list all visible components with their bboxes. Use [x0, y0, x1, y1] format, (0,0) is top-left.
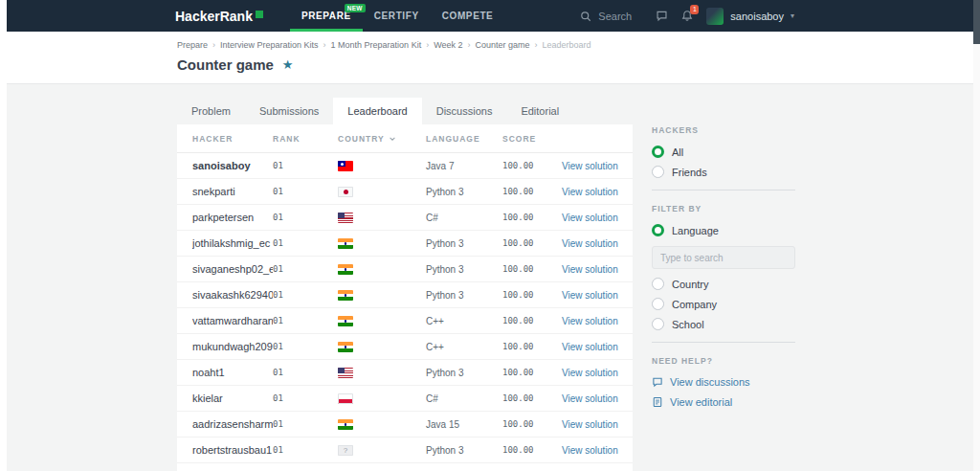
score-value: 100.00 [502, 161, 562, 170]
country-flag-in [338, 419, 353, 430]
hacker-name-link[interactable]: robertstrausbau1 [192, 444, 273, 456]
hacker-name-link[interactable]: mukundwagh2091 [192, 341, 273, 352]
view-solution-link[interactable]: View solution [562, 393, 618, 404]
user-menu[interactable]: sanoisaboy ▾ [706, 8, 794, 25]
table-row: mukundwagh209101C++100.00View solution [177, 334, 633, 360]
scrollbar-thumb[interactable] [973, 0, 980, 44]
radio-icon [652, 318, 664, 330]
leaderboard-panel: ProblemSubmissionsLeaderboardDiscussions… [177, 98, 633, 471]
table-row: parkpetersen01C#100.00View solution [177, 205, 633, 231]
radio-option-school[interactable]: School [652, 318, 795, 330]
breadcrumb-item-interview-preparation-kits[interactable]: Interview Preparation Kits [208, 40, 319, 51]
filter-search-input[interactable] [652, 246, 795, 269]
star-icon[interactable]: ★ [282, 56, 294, 74]
view-solution-link[interactable]: View solution [562, 264, 618, 275]
search-icon[interactable] [580, 11, 591, 22]
tab-submissions[interactable]: Submissions [245, 98, 333, 124]
tab-problem[interactable]: Problem [177, 98, 245, 124]
country-flag-in [338, 290, 353, 301]
hacker-name-link[interactable]: jothilakshmig_ec [192, 237, 273, 249]
breadcrumb-item-prepare[interactable]: Prepare [177, 40, 208, 51]
radio-option-country[interactable]: Country [652, 278, 795, 290]
tab-editorial[interactable]: Editorial [506, 98, 573, 124]
rank-value: 01 [273, 419, 338, 429]
tab-leaderboard[interactable]: Leaderboard [333, 98, 421, 124]
radio-icon [652, 298, 664, 310]
radio-label: All [672, 146, 683, 158]
view-solution-link[interactable]: View solution [562, 161, 618, 171]
score-value: 100.00 [502, 238, 562, 248]
view-solution-link[interactable]: View solution [562, 290, 618, 301]
view-solution-link[interactable]: View solution [562, 187, 618, 197]
navbar-right: 1 sanoisaboy ▾ [580, 8, 794, 25]
breadcrumb: PrepareInterview Preparation Kits1 Month… [177, 40, 973, 51]
page-header: PrepareInterview Preparation Kits1 Month… [7, 32, 973, 84]
view-editorial-link[interactable]: View editorial [652, 396, 795, 408]
hacker-name-link[interactable]: aadrizasensharm1 [192, 418, 273, 430]
language-value: C# [426, 393, 502, 404]
view-solution-link[interactable]: View solution [562, 316, 618, 326]
view-solution-link[interactable]: View solution [562, 213, 618, 223]
radio-icon [652, 166, 664, 178]
country-cell [338, 235, 426, 252]
scrollbar[interactable] [973, 0, 980, 471]
notifications-bell-icon[interactable]: 1 [681, 10, 693, 22]
need-help-section: NEED HELP? View discussionsView editoria… [652, 356, 795, 408]
country-cell [338, 441, 426, 459]
language-value: C# [426, 213, 502, 223]
rank-value: 01 [273, 238, 338, 248]
header-hacker: HACKER [192, 134, 273, 144]
hacker-name-link[interactable]: parkpetersen [192, 212, 273, 223]
radio-option-language[interactable]: Language [652, 224, 795, 236]
radio-option-friends[interactable]: Friends [652, 166, 795, 178]
nav-item-certify[interactable]: CERTIFY [363, 0, 431, 32]
view-solution-link[interactable]: View solution [562, 445, 618, 456]
view-solution-link[interactable]: View solution [562, 238, 618, 249]
nav-item-label: COMPETE [442, 11, 494, 21]
hackers-section-title: HACKERS [652, 125, 795, 135]
hacker-name-link[interactable]: sanoisaboy [192, 160, 273, 171]
radio-option-all[interactable]: All [652, 146, 795, 158]
radio-label: Company [672, 299, 717, 310]
hacker-name-link[interactable]: sivaganeshp02_ec [192, 263, 273, 275]
radio-selected-icon [652, 224, 664, 236]
breadcrumb-item-counter-game[interactable]: Counter game [463, 40, 530, 51]
table-row: sivaganeshp02_ec01Python 3100.00View sol… [177, 257, 633, 282]
tab-discussions[interactable]: Discussions [422, 98, 507, 124]
table-row: jothilakshmig_ec01Python 3100.00View sol… [177, 231, 633, 257]
filter-by-section: FILTER BY LanguageCountryCompanySchool [652, 204, 795, 330]
top-navbar: HackerRank PREPARENEWCERTIFYCOMPETE 1 sa… [7, 0, 973, 32]
hackerrank-logo[interactable]: HackerRank [175, 9, 263, 24]
hacker-name-link[interactable]: vattamwardharani [192, 315, 273, 326]
leaderboard-table: HACKER RANK COUNTRY LANGUAGE SCORE sanoi… [177, 124, 633, 471]
avatar [706, 8, 724, 25]
logo-text: HackerRank [175, 9, 253, 24]
table-row: robertstrausbau101Python 3100.00View sol… [177, 437, 633, 463]
country-cell [338, 286, 426, 303]
country-flag-us [338, 213, 353, 223]
nav-item-prepare[interactable]: PREPARENEW [290, 0, 363, 32]
messages-icon[interactable] [656, 10, 668, 22]
language-value: C++ [426, 342, 502, 352]
hacker-name-link[interactable]: sivaakashk629401 [192, 289, 273, 301]
score-value: 100.00 [502, 264, 562, 274]
view-solution-link[interactable]: View solution [562, 368, 618, 378]
divider [652, 190, 795, 191]
nav-item-label: CERTIFY [374, 11, 419, 21]
hacker-name-link[interactable]: noaht1 [192, 367, 273, 378]
view-solution-link[interactable]: View solution [562, 342, 618, 352]
header-country-sort[interactable]: COUNTRY [338, 134, 426, 144]
hacker-name-link[interactable]: kkielar [192, 392, 273, 404]
breadcrumb-item-week-2[interactable]: Week 2 [421, 40, 462, 51]
view-solution-link[interactable]: View solution [562, 419, 618, 430]
breadcrumb-item-1-month-preparation-kit[interactable]: 1 Month Preparation Kit [319, 40, 422, 51]
hacker-name-link[interactable]: snekparti [192, 186, 273, 197]
view-discussions-link[interactable]: View discussions [652, 376, 795, 388]
country-cell [338, 209, 426, 226]
table-row: kkielar01C#100.00View solution [177, 386, 633, 412]
search-input[interactable] [596, 10, 642, 23]
header-language: LANGUAGE [426, 134, 502, 144]
score-value: 100.00 [502, 290, 562, 300]
nav-item-compete[interactable]: COMPETE [431, 0, 505, 32]
radio-option-company[interactable]: Company [652, 298, 795, 310]
